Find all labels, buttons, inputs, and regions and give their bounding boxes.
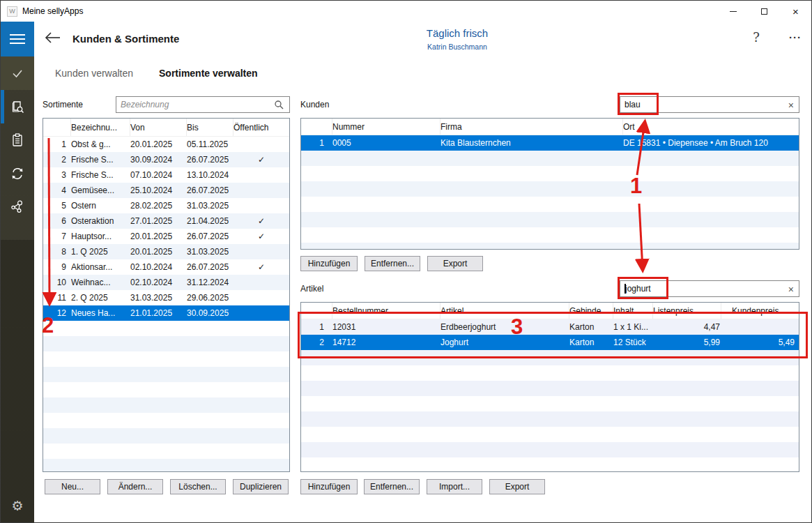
close-icon: ×	[792, 6, 799, 17]
help-icon: ?	[753, 30, 760, 45]
clipboard-icon	[10, 132, 25, 148]
kunden-export-button[interactable]: Export	[427, 256, 483, 271]
sidebar-item-assortments[interactable]	[1, 90, 34, 123]
back-arrow-icon	[44, 30, 62, 45]
table-row[interactable]: 1 12031 Erdbeerjoghurt Karton 1 x 1 Ki..…	[301, 319, 799, 335]
sortimente-search-placeholder: Bezeichnung	[121, 100, 169, 109]
settings-button[interactable]: ⚙	[1, 490, 34, 521]
kunden-entfernen-button[interactable]: Entfernen...	[365, 256, 420, 271]
clear-icon[interactable]: ×	[788, 283, 794, 296]
sortimente-table: Bezeichnu... Von Bis Öffentlich 1Obst & …	[43, 118, 290, 472]
table-row[interactable]: 3Frische S...07.10.202413.10.2024	[43, 167, 289, 183]
kunden-table-header: Nummer Firma Ort	[301, 119, 799, 135]
column-header-firma[interactable]: Firma	[441, 119, 623, 135]
artikel-import-button[interactable]: Import...	[427, 479, 482, 494]
back-button[interactable]	[44, 30, 62, 45]
sidebar: ⚙	[1, 22, 34, 522]
neu-button[interactable]: Neu...	[45, 479, 100, 494]
column-header-listenpreis[interactable]: Listenpreis	[653, 303, 721, 319]
more-options-button[interactable]: ···	[786, 31, 805, 45]
check-icon	[10, 66, 24, 80]
table-row[interactable]: 1Obst & g...20.01.202505.11.2025	[43, 137, 289, 152]
kunden-search-input[interactable]: blau ×	[620, 96, 799, 113]
artikel-table: Bestellnummer Artikel Gebinde Inhalt Lis…	[300, 302, 799, 472]
share-icon	[9, 199, 26, 215]
column-header-inhalt[interactable]: Inhalt	[613, 303, 653, 319]
ellipsis-icon: ···	[789, 31, 802, 43]
gear-icon: ⚙	[11, 498, 23, 514]
minimize-button[interactable]	[717, 1, 749, 22]
table-row[interactable]: 5Ostern28.02.202531.03.2025	[43, 198, 289, 213]
minimize-icon	[730, 11, 737, 12]
sidebar-item-sync[interactable]	[1, 157, 34, 190]
kunden-label: Kunden	[300, 100, 329, 109]
column-header-kundenpreis[interactable]: Kundenpreis	[721, 303, 799, 319]
app-window: W Meine sellyApps ×	[0, 0, 812, 523]
table-row-selected[interactable]: 2 14712 Joghurt Karton 12 Stück 5,99 5,4…	[301, 335, 799, 350]
table-row[interactable]: 10Weihnac...02.10.202431.12.2024	[43, 275, 289, 290]
close-button[interactable]: ×	[780, 1, 811, 22]
page-title: Kunden & Sortimente	[72, 33, 179, 45]
kunden-search-value: blau	[625, 100, 641, 109]
artikel-search-value: joghurt	[625, 284, 651, 294]
tab-kunden-verwalten[interactable]: Kunden verwalten	[55, 68, 133, 79]
column-header-nummer[interactable]: Nummer	[332, 119, 441, 135]
assortment-search-icon	[10, 99, 25, 114]
maximize-button[interactable]	[749, 1, 780, 22]
artikel-table-header: Bestellnummer Artikel Gebinde Inhalt Lis…	[301, 303, 799, 319]
column-header-bis[interactable]: Bis	[187, 119, 233, 136]
artikel-search-input[interactable]: joghurt ×	[620, 280, 799, 297]
column-header-gebinde[interactable]: Gebinde	[569, 303, 613, 319]
clear-icon[interactable]: ×	[788, 99, 794, 112]
table-row[interactable]: 9Aktionsar...02.10.202426.07.2025✓	[43, 259, 289, 275]
column-header-oeffentlich[interactable]: Öffentlich	[233, 119, 289, 136]
artikel-entfernen-button[interactable]: Entfernen...	[364, 479, 420, 494]
sortimente-label: Sortimente	[43, 100, 83, 109]
sortimente-table-header: Bezeichnu... Von Bis Öffentlich	[43, 119, 289, 137]
artikel-label: Artikel	[300, 284, 323, 294]
artikel-export-button[interactable]: Export	[489, 479, 545, 494]
help-button[interactable]: ?	[748, 30, 765, 48]
column-header-bestellnummer[interactable]: Bestellnummer	[332, 303, 441, 319]
table-row-selected[interactable]: 1 0005 Kita Blausternchen DE 15831 • Die…	[301, 135, 799, 151]
kunden-hinzufuegen-button[interactable]: Hinzufügen	[300, 256, 358, 271]
column-header-artikel[interactable]: Artikel	[441, 303, 569, 319]
window-title: Meine sellyApps	[22, 6, 83, 16]
sidebar-item-tasks[interactable]	[1, 56, 34, 90]
table-row[interactable]: 112. Q 202531.03.202529.06.2025	[43, 290, 289, 305]
duplizieren-button[interactable]: Duplizieren	[233, 479, 289, 494]
sync-icon	[9, 165, 26, 182]
loeschen-button[interactable]: Löschen...	[170, 479, 226, 494]
column-header-bezeichnung[interactable]: Bezeichnu...	[71, 119, 130, 136]
maximize-icon	[761, 8, 767, 15]
titlebar: W Meine sellyApps ×	[1, 1, 811, 22]
account-name: Täglich frisch	[388, 27, 527, 39]
column-header-von[interactable]: Von	[130, 119, 187, 136]
table-row[interactable]: 7Hauptsor...20.01.202526.07.2025✓	[43, 229, 289, 244]
table-row-selected[interactable]: 12Neues Ha...21.01.202530.09.2025	[43, 305, 289, 321]
sidebar-item-orders[interactable]	[1, 123, 34, 157]
artikel-hinzufuegen-button[interactable]: Hinzufügen	[300, 479, 358, 494]
app-logo-icon: W	[7, 6, 17, 17]
table-row[interactable]: 4Gemüsee...25.10.202426.07.2025	[43, 183, 289, 198]
table-row[interactable]: 6Osteraktion27.01.202521.04.2025✓	[43, 213, 289, 229]
tab-sortimente-verwalten[interactable]: Sortimente verwalten	[159, 68, 258, 79]
table-row[interactable]: 81. Q 202520.01.202531.03.2025	[43, 244, 289, 259]
account-info[interactable]: Täglich frisch Katrin Buschmann	[388, 27, 527, 51]
sidebar-item-share[interactable]	[1, 190, 34, 224]
kunden-table: Nummer Firma Ort 1 0005 Kita Blausternch…	[300, 118, 799, 250]
column-header-ort[interactable]: Ort	[623, 119, 799, 135]
sortimente-search-input[interactable]: Bezeichnung	[116, 96, 290, 113]
aendern-button[interactable]: Ändern...	[107, 479, 163, 494]
hamburger-menu-button[interactable]	[1, 22, 34, 56]
table-row[interactable]: 2Frische S...30.09.202426.07.2025✓	[43, 152, 289, 167]
account-user: Katrin Buschmann	[388, 43, 527, 51]
selected-indicator	[1, 90, 4, 123]
search-icon	[274, 100, 284, 110]
